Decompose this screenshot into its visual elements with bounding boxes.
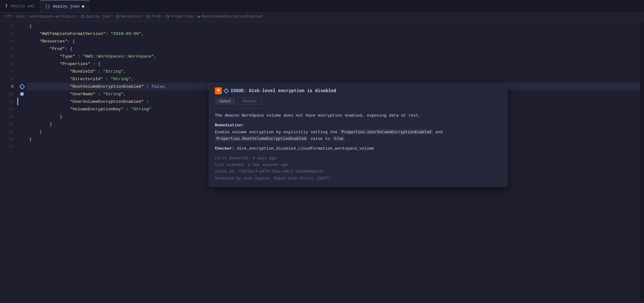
line-num-17: 17: [0, 143, 14, 151]
tab-deploy-yml-label: deploy.yml: [10, 4, 35, 8]
breadcrumb-sep-2: >: [27, 14, 29, 19]
breadcrumb-json-icon-3: {}: [146, 15, 150, 19]
line-num-8: 8: [0, 75, 14, 83]
code-line-7: "BundleId" : "String",: [27, 68, 640, 75]
code-line-5: "Type" : "AWS::WorkSpaces::Workspace",: [27, 52, 640, 60]
json-icon: {}: [45, 4, 50, 9]
line-num-13: 13: [0, 113, 14, 120]
scrollbar-track[interactable]: [640, 21, 644, 302]
code-user-vol: Properties.UserVolumeEncryptionEnabled: [340, 129, 433, 135]
gutter-row-12: [17, 105, 27, 113]
editor-area: 1 2 3 4 5 6 7 8 9 10 11 12 13 14 15 16 1…: [0, 21, 644, 302]
line-num-9: 9: [0, 83, 14, 90]
gutter-row-7: [17, 68, 27, 75]
popup-remediation: Remediation: Enable volume encryption by…: [215, 122, 501, 142]
line-num-12: 12: [0, 105, 14, 113]
breadcrumb-sep-5: >: [143, 14, 145, 19]
gutter-row-9: [17, 83, 27, 90]
remediation-text: Enable volume encryption by explicitly s…: [215, 130, 340, 135]
gutter-row-15: [17, 128, 27, 135]
remediation-label: Remediation:: [215, 123, 244, 128]
popup-m-badge: M: [215, 87, 222, 94]
issue-dot-icon[interactable]: [20, 92, 24, 96]
gutter-row-11: [17, 98, 27, 105]
breadcrumb-cft: cft: [5, 14, 12, 19]
modified-dot: [82, 5, 84, 8]
breadcrumb-workspaces: workspaces-workspace: [30, 14, 76, 19]
gutter-row-2: [17, 30, 27, 37]
first-detected: First detected: 9 days ago: [215, 155, 501, 162]
detected-by: Detected by scan engine: Rapid Scan Stat…: [215, 175, 501, 182]
line-num-11: 11: [0, 98, 14, 105]
line-num-14: 14: [0, 120, 14, 128]
gutter-row-1: [17, 22, 27, 30]
breadcrumb-sep-6: >: [162, 14, 164, 19]
gutter-row-3: [17, 37, 27, 45]
popup-title: ISSUE: Disk-level encryption is disabled: [231, 88, 336, 93]
popup-checker-line: Checker: disk_encryption_disabled_cloudf…: [215, 146, 501, 152]
gutter-row-10: [17, 90, 27, 98]
code-area: { "AWSTemplateFormatVersion": "2010-09-0…: [27, 21, 640, 302]
line-num-6: 6: [0, 60, 14, 68]
line-num-10: 10: [0, 90, 14, 98]
security-diamond-icon[interactable]: [19, 84, 25, 89]
gutter-row-6: [17, 60, 27, 68]
gutter-row-14: [17, 120, 27, 128]
breadcrumb-json-icon-1: {}: [80, 15, 85, 19]
code-true: true: [332, 136, 345, 141]
breadcrumb: cft > misc > workspaces-workspace > {} d…: [0, 13, 644, 21]
checker-value: disk_encryption_disabled_cloudformation_…: [237, 146, 374, 151]
line-num-3: 3: [0, 37, 14, 45]
gutter-row-17: [17, 143, 27, 151]
last-scanned: Last scanned: a few seconds ago: [215, 162, 501, 168]
dismiss-button[interactable]: Dismiss: [237, 97, 261, 105]
code-root-vol: Properties.RootVolumeEncryptionEnabled: [215, 136, 308, 141]
popup-diamond-icon: [224, 88, 229, 94]
popup-meta: First detected: 9 days ago Last scanned:…: [215, 155, 501, 182]
breadcrumb-sep-3: >: [77, 14, 79, 19]
gutter-row-4: [17, 45, 27, 52]
code-line-3: "Resources": {: [27, 37, 640, 45]
line-num-7: 7: [0, 68, 14, 75]
gutter-row-13: [17, 113, 27, 120]
tab-bar: ! deploy.yml {} deploy.json: [0, 0, 644, 13]
code-line-4: "Prod": {: [27, 45, 640, 52]
code-brace-open: {: [29, 24, 32, 29]
popup-actions: Select Dismiss: [215, 97, 501, 105]
issue-popup: M ISSUE: Disk-level encryption is disabl…: [209, 83, 507, 187]
popup-body: The Amazon WorkSpace volume does not hav…: [215, 113, 501, 182]
popup-description: The Amazon WorkSpace volume does not hav…: [215, 113, 501, 119]
breadcrumb-resources: Resources: [121, 14, 141, 19]
tab-deploy-json[interactable]: {} deploy.json: [40, 0, 90, 12]
line-num-1: 1: [0, 22, 14, 30]
tab-deploy-yml[interactable]: ! deploy.yml: [0, 0, 40, 12]
code-line-1: {: [27, 22, 640, 30]
tab-deploy-json-label: deploy.json: [53, 4, 80, 9]
code-line-2: "AWSTemplateFormatVersion": "2010-09-09"…: [27, 30, 640, 37]
breadcrumb-properties: Properties: [171, 14, 193, 19]
issue-id: Issue ID: 73d75ac3-d470-59ae-b0c5-1d4d46…: [215, 168, 501, 175]
breadcrumb-sep-1: >: [13, 14, 15, 19]
popup-header: M ISSUE: Disk-level encryption is disabl…: [215, 87, 501, 94]
breadcrumb-misc: misc: [17, 14, 26, 19]
breadcrumb-json-icon-4: {}: [165, 15, 169, 19]
checker-label: Checker:: [215, 146, 234, 151]
gutter-row-5: [17, 52, 27, 60]
breadcrumb-root-volume: RootVolumeEncryptionEnabled: [201, 14, 262, 19]
line-num-5: 5: [0, 52, 14, 60]
line-num-15: 15: [0, 128, 14, 135]
select-button[interactable]: Select: [215, 97, 235, 105]
gutter-row-8: [17, 75, 27, 83]
breadcrumb-key-icon: ⊟: [198, 15, 200, 19]
gutter-row-16: [17, 135, 27, 143]
code-line-8: "DirectoryId" : "String",: [27, 75, 640, 83]
code-line-6: "Properties" : {: [27, 60, 640, 68]
gutter-icons: [17, 21, 27, 302]
popup-divider: [209, 108, 507, 109]
breadcrumb-prod: Prod: [151, 14, 161, 19]
breadcrumb-sep-4: >: [112, 14, 114, 19]
breadcrumb-deploy-json: deploy.json: [86, 14, 111, 19]
line-numbers: 1 2 3 4 5 6 7 8 9 10 11 12 13 14 15 16 1…: [0, 21, 17, 302]
line-num-2: 2: [0, 30, 14, 37]
exclamation-icon: !: [5, 3, 8, 9]
